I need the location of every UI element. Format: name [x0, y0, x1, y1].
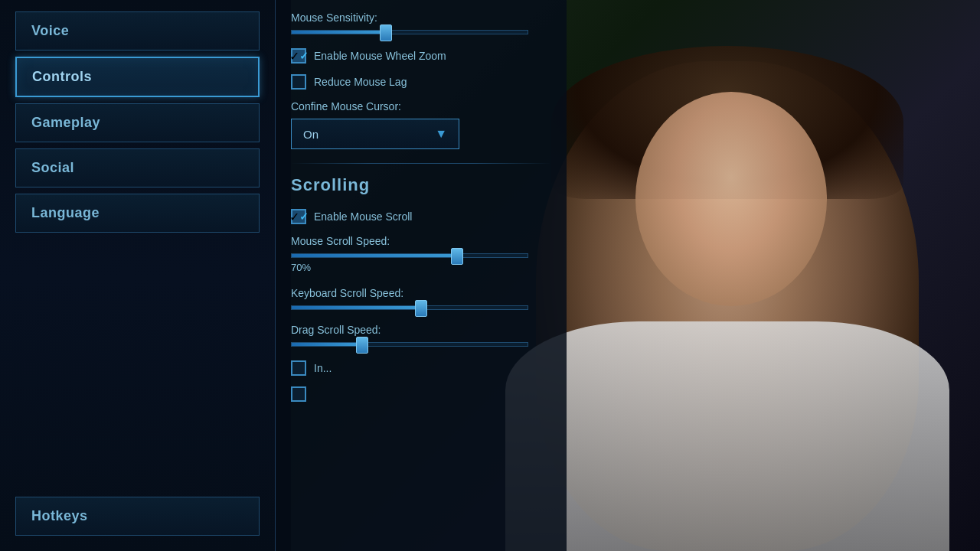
enable-mouse-scroll-row: ✓ Enable Mouse Scroll — [291, 209, 551, 224]
sidebar-item-label-hotkeys: Hotkeys — [31, 508, 88, 524]
reduce-mouse-lag-label: Reduce Mouse Lag — [314, 76, 407, 88]
keyboard-scroll-speed-label: Keyboard Scroll Speed: — [291, 287, 551, 299]
mouse-scroll-speed-label: Mouse Scroll Speed: — [291, 235, 551, 247]
person-shirt — [505, 321, 949, 551]
drag-scroll-speed-fill — [292, 343, 362, 346]
checkmark-icon: ✓ — [289, 49, 299, 64]
enable-mouse-wheel-zoom-row: ✓ Enable Mouse Wheel Zoom — [291, 48, 551, 64]
mouse-sensitivity-container: Mouse Sensitivity: — [291, 11, 551, 34]
drag-scroll-speed-thumb[interactable] — [356, 337, 368, 354]
mouse-sensitivity-thumb[interactable] — [380, 24, 392, 41]
confine-mouse-cursor-dropdown[interactable]: On ▼ — [291, 119, 459, 149]
chevron-down-icon: ▼ — [435, 127, 447, 141]
reduce-mouse-lag-checkbox[interactable] — [291, 74, 306, 90]
enable-mouse-wheel-zoom-checkbox[interactable]: ✓ — [291, 48, 306, 64]
enable-mouse-scroll-label: Enable Mouse Scroll — [314, 210, 412, 223]
scrolling-title: Scrolling — [291, 175, 551, 195]
enable-mouse-scroll-checkbox[interactable]: ✓ — [291, 209, 306, 224]
drag-scroll-speed-label: Drag Scroll Speed: — [291, 324, 551, 336]
sidebar-item-social[interactable]: Social — [15, 148, 260, 187]
drag-scroll-speed-container: Drag Scroll Speed: — [291, 324, 551, 347]
mouse-scroll-speed-track[interactable] — [291, 253, 528, 258]
extra-checkbox-row — [291, 386, 551, 402]
keyboard-scroll-speed-thumb[interactable] — [415, 300, 427, 317]
invert-checkbox[interactable] — [291, 360, 306, 376]
mouse-scroll-speed-container: Mouse Scroll Speed: 70% — [291, 235, 551, 273]
extra-checkbox[interactable] — [291, 386, 306, 402]
mouse-sensitivity-label: Mouse Sensitivity: — [291, 11, 551, 24]
confine-mouse-cursor-label: Confine Mouse Cursor: — [291, 100, 551, 112]
divider — [291, 163, 551, 164]
enable-mouse-wheel-zoom-label: Enable Mouse Wheel Zoom — [314, 50, 446, 62]
sidebar-item-controls[interactable]: Controls — [15, 57, 260, 97]
drag-scroll-speed-track[interactable] — [291, 342, 528, 347]
nav-list: Voice Controls Gameplay Social Language — [0, 0, 275, 240]
sidebar-item-language[interactable]: Language — [15, 194, 260, 233]
mouse-scroll-speed-fill — [292, 254, 457, 257]
mouse-sensitivity-fill — [292, 31, 386, 34]
person-face — [635, 92, 827, 306]
confine-mouse-cursor-value: On — [303, 128, 318, 141]
sidebar-item-label-gameplay: Gameplay — [31, 115, 100, 131]
confine-mouse-cursor-container: Confine Mouse Cursor: On ▼ — [291, 100, 551, 149]
invert-row: In... — [291, 360, 551, 376]
mouse-sensitivity-track[interactable] — [291, 30, 528, 34]
mouse-scroll-speed-value: 70% — [291, 262, 551, 273]
sidebar-item-gameplay[interactable]: Gameplay — [15, 103, 260, 142]
left-panel: Voice Controls Gameplay Social Language … — [0, 0, 276, 551]
scrolling-section: Scrolling ✓ Enable Mouse Scroll Mouse Sc… — [291, 175, 551, 402]
sidebar-item-hotkeys[interactable]: Hotkeys — [15, 497, 260, 536]
reduce-mouse-lag-row: Reduce Mouse Lag — [291, 74, 551, 90]
sidebar-item-label-language: Language — [31, 205, 100, 221]
keyboard-scroll-speed-fill — [292, 306, 421, 309]
invert-label: In... — [314, 362, 332, 374]
sidebar-item-voice[interactable]: Voice — [15, 11, 260, 51]
content-panel: Mouse Sensitivity: ✓ Enable Mouse Wheel … — [276, 0, 567, 551]
keyboard-scroll-speed-track[interactable] — [291, 305, 528, 310]
sidebar-item-label-social: Social — [31, 160, 74, 176]
checkmark-icon-2: ✓ — [289, 210, 299, 224]
sidebar-item-label-voice: Voice — [31, 23, 69, 39]
sidebar-item-label-controls: Controls — [32, 69, 92, 85]
keyboard-scroll-speed-container: Keyboard Scroll Speed: — [291, 287, 551, 310]
